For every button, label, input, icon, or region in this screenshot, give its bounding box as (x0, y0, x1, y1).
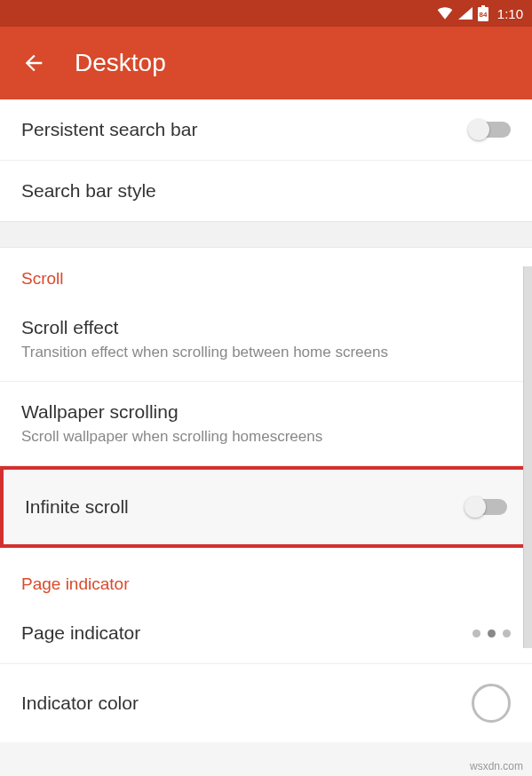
color-swatch-icon (472, 684, 511, 723)
battery-icon: 84 (478, 5, 488, 21)
item-title: Indicator color (21, 693, 472, 714)
item-title: Wallpaper scrolling (21, 401, 511, 423)
section-gap (0, 221, 532, 248)
toggle-infinite-scroll[interactable] (466, 499, 507, 515)
page-dots-icon (472, 630, 511, 637)
svg-text:84: 84 (479, 11, 487, 19)
watermark: wsxdn.com (470, 760, 523, 772)
wifi-icon (437, 7, 453, 20)
toggle-persistent-search[interactable] (470, 122, 511, 138)
content: Persistent search bar Search bar style S… (0, 99, 532, 742)
back-icon[interactable] (21, 51, 46, 75)
item-infinite-scroll-highlighted[interactable]: Infinite scroll (0, 466, 532, 548)
item-indicator-color[interactable]: Indicator color (0, 664, 532, 742)
item-scroll-effect[interactable]: Scroll effect Transition effect when scr… (0, 297, 532, 382)
item-page-indicator[interactable]: Page indicator (0, 603, 532, 664)
status-time: 1:10 (497, 6, 523, 21)
item-subtitle: Scroll wallpaper when scrolling homescre… (21, 428, 511, 446)
cellular-icon (458, 7, 472, 20)
svg-rect-1 (481, 5, 485, 8)
item-title: Persistent search bar (21, 119, 470, 140)
item-subtitle: Transition effect when scrolling between… (21, 344, 511, 361)
item-search-bar-style[interactable]: Search bar style (0, 161, 532, 221)
item-title: Page indicator (21, 622, 472, 644)
section-header-page-indicator: Page indicator (0, 548, 532, 603)
item-title: Search bar style (21, 180, 511, 202)
item-persistent-search-bar[interactable]: Persistent search bar (0, 99, 532, 161)
item-wallpaper-scrolling[interactable]: Wallpaper scrolling Scroll wallpaper whe… (0, 382, 532, 466)
page-title: Desktop (75, 49, 166, 77)
section-header-scroll: Scroll (0, 248, 532, 297)
item-title: Infinite scroll (25, 496, 466, 518)
status-bar: 84 1:10 (0, 0, 532, 27)
item-title: Scroll effect (21, 317, 511, 338)
app-bar: Desktop (0, 27, 532, 99)
scrollbar[interactable] (523, 266, 532, 648)
